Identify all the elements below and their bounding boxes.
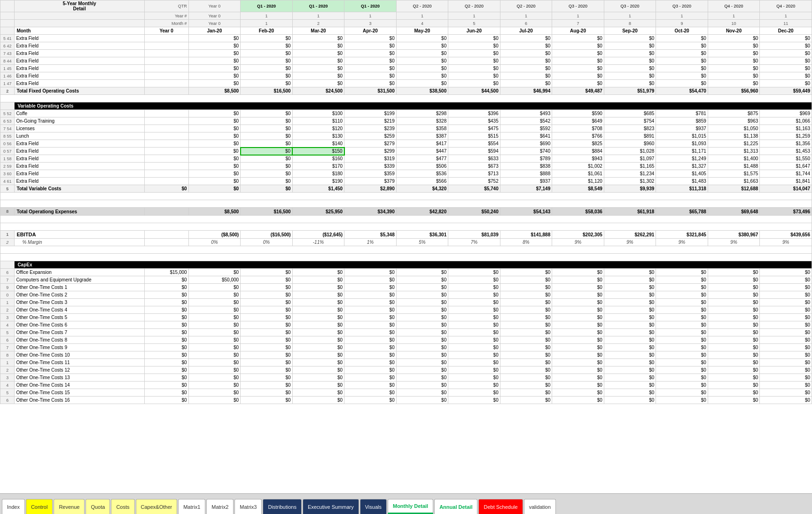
qtr-q3-2: Q3 - 2020 — [604, 0, 656, 12]
table-row: 2 Other One-Time Costs 4 $0 $0 $0 $0 $0 … — [0, 306, 812, 314]
table-row: 0 56 Extra Field $0 $0 $140 $279 $417 $5… — [0, 140, 812, 148]
table-row: 0 Other One-Time Costs 2 $0 $0 $0 $0 $0 … — [0, 291, 812, 299]
total-opex-row: 8 Total Operationg Expenses $8,500 $16,5… — [0, 208, 812, 216]
table-row: 6 Office Expansion $15,000 $0 $0 $0 $0 $… — [0, 269, 812, 276]
year-label: Year # — [144, 12, 188, 20]
table-row: 7 54 Licenses $0 $0 $120 $239 $358 $475 … — [0, 125, 812, 132]
tab-quota[interactable]: Quota — [86, 499, 110, 514]
qtr-q4-2: Q4 - 2020 — [760, 0, 812, 12]
tab-bar: Index Control Revenue Quota Costs Capex&… — [0, 493, 812, 514]
qtr-q1-2: Q1 - 2020 — [292, 0, 344, 12]
qtr-year0: Year 0 — [188, 0, 241, 12]
highlighted-cell[interactable]: $0 — [241, 148, 293, 155]
capex-section: CapEx — [0, 261, 812, 269]
table-row: 6 42 Extra Field $0 $0 $0 $0 $0 $0 $0 $0… — [0, 42, 812, 50]
qtr-q2-1: Q2 - 2020 — [396, 0, 448, 12]
table-row: 7 Computers and Equipment Upgrade $0 $50… — [0, 276, 812, 284]
tab-annual-detail[interactable]: Annual Detail — [434, 499, 477, 514]
spreadsheet-grid: 5-Year MonthlyDetail QTR Year 0 Q1 - 202… — [0, 0, 812, 493]
table-row: 8 44 Extra Field $0 $0 $0 $0 $0 $0 $0 $0… — [0, 57, 812, 65]
table-row: 5 Other One-Time Costs 7 $0 $0 $0 $0 $0 … — [0, 329, 812, 336]
table-row: 5 Other One-Time Costs 15 $0 $0 $0 $0 $0… — [0, 389, 812, 397]
five-year-header: 5-Year MonthlyDetail — [15, 0, 144, 12]
qtr-q2-2: Q2 - 2020 — [448, 0, 500, 12]
total-variable-costs-row: 5 Total Variable Costs $0 $0 $0 $1,450 $… — [0, 185, 812, 193]
table-row: 2 Other One-Time Costs 12 $0 $0 $0 $0 $0… — [0, 366, 812, 374]
qtr-q3-3: Q3 - 2020 — [656, 0, 708, 12]
table-row: 4 Other One-Time Costs 6 $0 $0 $0 $0 $0 … — [0, 321, 812, 329]
tab-distributions[interactable]: Distributions — [263, 499, 302, 514]
tab-validation[interactable]: validation — [524, 499, 556, 514]
month-header-row: Month Year 0 Jan-20 Feb-20 Mar-20 Apr-20… — [0, 27, 812, 35]
qtr-q3-1: Q3 - 2020 — [552, 0, 604, 12]
tab-visuals[interactable]: Visuals — [360, 499, 387, 514]
total-fixed-costs-row: 2 Total Fixed Operating Costs $8,500 $16… — [0, 87, 812, 95]
qtr-label: QTR — [144, 0, 188, 12]
table-row: 9 Other One-Time Costs 1 $0 $0 $0 $0 $0 … — [0, 284, 812, 291]
qtr-row: 5-Year MonthlyDetail QTR Year 0 Q1 - 202… — [0, 0, 812, 12]
year-row: Year # Year 0 1 1 1 1 1 1 1 1 1 1 1 — [0, 12, 812, 20]
table-row: 6 Other One-Time Costs 16 $0 $0 $0 $0 $0… — [0, 397, 812, 404]
table-row: 3 60 Extra Field $0 $0 $180 $359 $536 $7… — [0, 170, 812, 178]
tab-revenue[interactable]: Revenue — [54, 499, 85, 514]
table-row: 8 55 Lunch $0 $0 $130 $259 $387 $515 $64… — [0, 132, 812, 140]
tab-debt-schedule[interactable]: Debt Schedule — [478, 499, 523, 514]
tab-capex[interactable]: Capex&Other — [136, 499, 178, 514]
tab-index[interactable]: Index — [2, 499, 25, 514]
tab-executive-summary[interactable]: Executive Summary — [303, 499, 359, 514]
qtr-q4-1: Q4 - 2020 — [708, 0, 760, 12]
tab-matrix3[interactable]: Matrix3 — [234, 499, 262, 514]
qtr-q2-3: Q2 - 2020 — [500, 0, 552, 12]
table-row: 5 41 Extra Field $0 $0 $0 $0 $0 $0 $0 $0… — [0, 35, 812, 42]
table-row: 2 59 Extra Field $0 $0 $170 $339 $506 $6… — [0, 163, 812, 170]
table-row: 5 52 Coffe $0 $0 $100 $199 $298 $396 $49… — [0, 110, 812, 117]
table-row: 3 Other One-Time Costs 13 $0 $0 $0 $0 $0… — [0, 374, 812, 382]
table-row: 1 46 Extra Field $0 $0 $0 $0 $0 $0 $0 $0… — [0, 72, 812, 80]
table-row: 3 Other One-Time Costs 5 $0 $0 $0 $0 $0 … — [0, 314, 812, 321]
highlighted-cell-value[interactable]: $150 — [292, 148, 344, 155]
table-row: 4 Other One-Time Costs 14 $0 $0 $0 $0 $0… — [0, 382, 812, 389]
table-row: 1 47 Extra Field $0 $0 $0 $0 $0 $0 $0 $0… — [0, 80, 812, 87]
month-num-row: Month # Year 0 1 2 3 4 5 6 7 8 9 10 11 — [0, 20, 812, 27]
ebitda-row: 1 EBITDA ($8,500) ($16,500) ($12,645) $5… — [0, 231, 812, 239]
table-row: 6 53 On-Going Training $0 $0 $110 $219 $… — [0, 117, 812, 125]
table-row: 1 Other One-Time Costs 11 $0 $0 $0 $0 $0… — [0, 359, 812, 366]
table-row: 1 45 Extra Field $0 $0 $0 $0 $0 $0 $0 $0… — [0, 65, 812, 72]
table-row: 6 Other One-Time Costs 8 $0 $0 $0 $0 $0 … — [0, 336, 812, 344]
table-row: 8 Other One-Time Costs 10 $0 $0 $0 $0 $0… — [0, 351, 812, 359]
tab-matrix2[interactable]: Matrix2 — [206, 499, 234, 514]
tab-control[interactable]: Control — [26, 499, 53, 514]
tab-matrix1[interactable]: Matrix1 — [178, 499, 205, 514]
variable-costs-section: Variable Operating Costs — [0, 102, 812, 110]
tab-costs[interactable]: Costs — [111, 499, 134, 514]
qtr-q1-3: Q1 - 2020 — [344, 0, 397, 12]
table-row: 4 61 Extra Field $0 $0 $190 $379 $566 $7… — [0, 178, 812, 185]
table-row: 1 Other One-Time Costs 3 $0 $0 $0 $0 $0 … — [0, 299, 812, 306]
table-row: 7 Other One-Time Costs 9 $0 $0 $0 $0 $0 … — [0, 344, 812, 351]
tab-monthly-detail[interactable]: Monthly Detail — [388, 499, 433, 514]
table-row: 1 58 Extra Field $0 $0 $160 $319 $477 $6… — [0, 155, 812, 163]
table-row-highlighted: 0 57 Extra Field $0 $0 $150 $299 $447 $5… — [0, 148, 812, 155]
margin-row: 2 % Margin 0% 0% -11% 1% 5% 7% 8% 9% 9% … — [0, 239, 812, 246]
qtr-q1-1: Q1 - 2020 — [241, 0, 293, 12]
table-row: 7 43 Extra Field $0 $0 $0 $0 $0 $0 $0 $0… — [0, 50, 812, 57]
